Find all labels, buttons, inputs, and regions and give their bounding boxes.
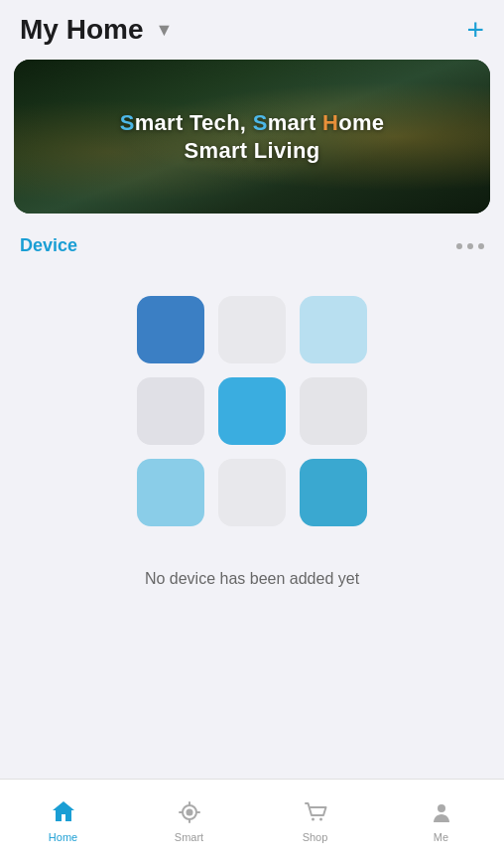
banner-line-1: Smart Tech, Smart Home: [120, 110, 385, 136]
me-icon: [427, 797, 456, 827]
shop-icon-svg: [302, 798, 329, 826]
header: My Home ▼ +: [0, 0, 504, 56]
banner-text-h: H: [322, 110, 338, 135]
banner-line-2: Smart Living: [120, 138, 385, 164]
grid-row-3: [137, 459, 367, 526]
nav-label-home: Home: [49, 831, 77, 843]
device-label: Device: [20, 235, 77, 256]
grid-cell-1-2: [218, 296, 286, 363]
grid-cell-2-3: [300, 377, 367, 445]
grid-cell-2-2: [218, 377, 286, 445]
device-section-header: Device: [0, 214, 504, 266]
dot-3: [478, 243, 484, 249]
svg-point-3: [319, 817, 322, 820]
banner-text-s3: S: [185, 138, 199, 163]
nav-label-shop: Shop: [303, 831, 328, 843]
nav-item-smart[interactable]: Smart: [126, 797, 252, 843]
nav-label-me: Me: [434, 831, 448, 843]
hero-banner: Smart Tech, Smart Home Smart Living: [14, 60, 490, 214]
banner-text-part4: mart Living: [199, 138, 320, 163]
header-left: My Home ▼: [20, 14, 173, 46]
me-icon-svg: [428, 798, 455, 826]
nav-item-me[interactable]: Me: [378, 797, 504, 843]
banner-text-part1: mart Tech,: [135, 110, 253, 135]
banner-text: Smart Tech, Smart Home Smart Living: [120, 110, 385, 164]
home-icon: [49, 797, 78, 827]
bottom-navigation: Home Smart Shop: [0, 779, 504, 860]
banner-text-part2: mart: [268, 110, 322, 135]
grid-cell-3-2: [218, 459, 286, 526]
grid-row-2: [137, 377, 367, 445]
banner-text-s2: S: [253, 110, 268, 135]
grid-cell-3-3: [300, 459, 367, 526]
svg-point-4: [438, 804, 445, 812]
grid-cell-1-1: [137, 296, 204, 363]
device-grid-illustration: [0, 266, 504, 550]
svg-point-2: [312, 817, 315, 820]
grid-row-1: [137, 296, 367, 363]
dot-2: [467, 243, 473, 249]
empty-state-message: No device has been added yet: [0, 570, 504, 588]
nav-item-home[interactable]: Home: [0, 797, 126, 843]
more-options-button[interactable]: [456, 243, 484, 249]
grid-cell-1-3: [300, 296, 367, 363]
page-title: My Home: [20, 14, 143, 46]
chevron-down-icon[interactable]: ▼: [155, 20, 173, 41]
home-icon-svg: [50, 798, 77, 826]
grid-cell-3-1: [137, 459, 204, 526]
dot-1: [456, 243, 462, 249]
nav-label-smart: Smart: [175, 831, 203, 843]
svg-point-1: [186, 808, 192, 815]
banner-text-s1: S: [120, 110, 135, 135]
nav-item-shop[interactable]: Shop: [252, 797, 378, 843]
smart-icon: [175, 797, 204, 827]
smart-icon-svg: [176, 798, 203, 826]
grid-cell-2-1: [137, 377, 204, 445]
shop-icon: [301, 797, 330, 827]
banner-text-part3: ome: [338, 110, 384, 135]
add-button[interactable]: +: [466, 15, 484, 45]
